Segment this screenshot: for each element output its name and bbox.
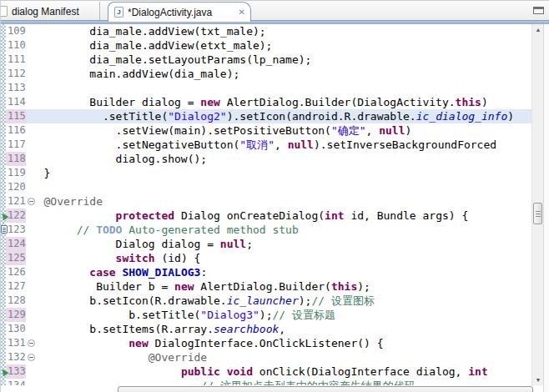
code-text: [38, 180, 532, 194]
line-number: 127: [6, 279, 26, 294]
fold-gutter: [26, 152, 38, 166]
fold-gutter: [26, 294, 38, 308]
line-list: 109 dia_male.addView(txt_male);110 dia_m…: [1, 24, 532, 392]
diff-ruler: [1, 53, 6, 67]
task-marker-icon[interactable]: [1, 225, 8, 234]
fold-gutter: [26, 166, 38, 180]
diff-ruler: [1, 109, 6, 123]
line-number: 119: [6, 166, 26, 180]
fold-gutter: [26, 223, 38, 237]
maximize-view-icon[interactable]: [533, 7, 544, 14]
eclipse-editor-window: dialog Manifest J *DialogActivity.java ✕…: [0, 0, 549, 392]
collapse-icon[interactable]: [28, 198, 35, 205]
code-text: new DialogInterface.OnClickListener() {: [38, 336, 532, 350]
line-number: 112: [6, 67, 26, 81]
fold-gutter: [26, 322, 38, 336]
code-text: // TODO Auto-generated method stub: [38, 223, 532, 237]
code-line: 109 dia_male.addView(txt_male);: [1, 24, 532, 38]
fold-gutter: [26, 95, 38, 109]
vertical-scrollbar-thumb[interactable]: [533, 203, 542, 224]
fold-gutter: [26, 265, 38, 279]
fold-gutter: [26, 336, 38, 350]
code-line: 110 dia_male.addView(etxt_male);: [1, 38, 532, 53]
line-number: 117: [6, 138, 26, 152]
code-line: 118 dialog.show();: [1, 152, 532, 166]
scroll-up-icon[interactable]: ▲: [532, 24, 544, 35]
code-text: case SHOW_DIALOG3:: [38, 265, 532, 279]
fold-gutter: [26, 67, 38, 81]
line-number: 115: [6, 109, 26, 123]
line-number: 126: [6, 265, 26, 279]
fold-gutter: [26, 81, 38, 95]
line-number: 125: [6, 251, 26, 265]
code-text: dia_male.addView(etxt_male);: [38, 38, 532, 53]
diff-ruler: [1, 38, 6, 53]
collapse-icon[interactable]: [28, 339, 35, 347]
line-number: 114: [6, 95, 26, 109]
code-line: 116 .setView(main).setPositiveButton("确定…: [1, 123, 532, 138]
line-number: 123: [6, 223, 26, 237]
diff-ruler: [1, 322, 6, 336]
code-line: 133 public void onClick(DialogInterface …: [1, 364, 532, 379]
diff-ruler: [1, 95, 6, 109]
code-text: @Override: [38, 194, 532, 209]
code-line: 131 new DialogInterface.OnClickListener(…: [1, 336, 532, 350]
code-text: }: [38, 166, 532, 180]
fold-gutter: [26, 251, 38, 265]
line-number: 116: [6, 123, 26, 138]
diff-ruler: [1, 209, 6, 223]
fold-gutter: [26, 237, 38, 251]
line-number: 111: [6, 53, 26, 67]
fold-gutter: [26, 24, 38, 38]
fold-gutter: [26, 123, 38, 138]
code-text: Dialog dialog = null;: [38, 237, 532, 251]
code-text: Builder dialog = new AlertDialog.Builder…: [38, 95, 532, 109]
diff-ruler: [1, 265, 6, 279]
diff-ruler: [1, 294, 6, 308]
vertical-scrollbar[interactable]: ▲ ▼: [531, 24, 543, 385]
code-line: 112 main.addView(dia_male);: [1, 67, 532, 81]
horizontal-scrollbar-thumb[interactable]: [118, 386, 533, 392]
collapse-icon[interactable]: [28, 354, 35, 361]
code-editor[interactable]: 109 dia_male.addView(txt_male);110 dia_m…: [1, 24, 532, 392]
line-number: 130: [6, 322, 26, 336]
code-text: main.addView(dia_male);: [38, 67, 532, 81]
code-line: 120: [1, 180, 532, 194]
code-line: 114 Builder dialog = new AlertDialog.Bui…: [1, 95, 532, 109]
fold-gutter: [26, 308, 38, 322]
tab-label: *DialogActivity.java: [128, 7, 212, 18]
fold-gutter: [26, 364, 38, 379]
code-line: 125 switch (id) {: [1, 251, 532, 265]
diff-ruler: [1, 194, 6, 209]
line-number: 120: [6, 180, 26, 194]
fold-gutter: [26, 279, 38, 294]
fold-gutter: [26, 109, 38, 123]
diff-ruler: [1, 251, 6, 265]
code-line: 126 case SHOW_DIALOG3:: [1, 265, 532, 279]
line-number: 113: [6, 81, 26, 95]
scroll-down-icon[interactable]: ▼: [532, 374, 544, 385]
code-text: protected Dialog onCreateDialog(int id, …: [38, 209, 532, 223]
diff-ruler: [1, 152, 6, 166]
code-text: dia_male.addView(txt_male);: [38, 24, 532, 38]
code-line: 115 .setTitle("Dialog2").setIcon(android…: [1, 109, 532, 123]
code-line: 132 @Override: [1, 350, 532, 364]
close-tab-icon[interactable]: ✕: [234, 8, 245, 17]
code-line: 117 .setNegativeButton("取消", null).setIn…: [1, 138, 532, 152]
code-text: @Override: [38, 350, 532, 364]
line-number: 124: [6, 237, 26, 251]
code-line: 127 Builder b = new AlertDialog.Builder(…: [1, 279, 532, 294]
code-text: Builder b = new AlertDialog.Builder(this…: [38, 279, 532, 294]
diff-ruler: [1, 166, 6, 180]
diff-ruler: [1, 123, 6, 138]
tab-dialog-manifest[interactable]: dialog Manifest: [1, 2, 100, 21]
code-text: .setTitle("Dialog2").setIcon(android.R.d…: [38, 109, 532, 123]
line-number: 133: [6, 364, 26, 379]
diff-ruler: [1, 336, 6, 350]
tab-dialogactivity-java[interactable]: J *DialogActivity.java ✕: [108, 2, 251, 22]
code-text: dia_male.setLayoutParams(lp_name);: [38, 53, 532, 67]
tab-label: dialog Manifest: [12, 6, 79, 18]
line-number: 109: [6, 24, 26, 38]
diff-ruler: [1, 24, 6, 38]
horizontal-scrollbar[interactable]: [1, 385, 532, 392]
